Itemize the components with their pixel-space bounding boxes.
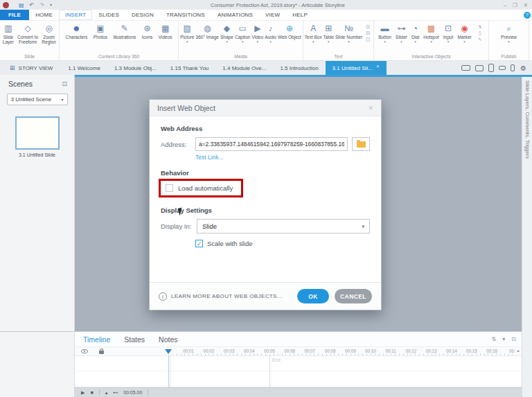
redo-icon[interactable]: ↷ bbox=[39, 2, 44, 8]
ribbon-button-characters[interactable]: ☻Characters bbox=[65, 22, 87, 44]
undo-icon[interactable]: ↶ bbox=[30, 2, 35, 8]
ribbon-button-picture[interactable]: ▧Picture▾ bbox=[180, 22, 194, 44]
visibility-eye-icon[interactable] bbox=[81, 349, 88, 353]
ribbon-button-web-object[interactable]: ⊕Web Object bbox=[278, 22, 301, 44]
ribbon-button-zoom-region[interactable]: ◎Zoom Region bbox=[39, 22, 59, 48]
stop-button[interactable]: ■ bbox=[90, 390, 93, 395]
scene-selector-dropdown[interactable]: 3 Untitled Scene ▾ bbox=[7, 94, 68, 105]
ribbon-button-caption[interactable]: ▭Caption▾ bbox=[235, 22, 250, 44]
phone-portrait-icon[interactable] bbox=[511, 64, 515, 71]
play-button[interactable]: ▶ bbox=[81, 390, 85, 396]
menu-tab-slides[interactable]: SLIDES bbox=[92, 10, 125, 20]
ribbon-button-illustrations[interactable]: ✎Illustrations bbox=[113, 22, 136, 44]
slide-tab-1-3-module-obj[interactable]: 1.3 Module Obj... bbox=[107, 61, 163, 75]
ribbon-button-audio[interactable]: ♪Audio▾ bbox=[265, 22, 276, 44]
menu-tab-help[interactable]: HELP bbox=[286, 10, 314, 20]
ribbon-button-convert-to-freeform[interactable]: ◇Convert to Freeform bbox=[17, 22, 39, 48]
learn-more-link[interactable]: LEARN MORE ABOUT WEB OBJECTS... bbox=[171, 293, 283, 299]
menu-tab-home[interactable]: HOME bbox=[29, 10, 59, 20]
browse-folder-button[interactable] bbox=[352, 137, 370, 151]
slide-tab-label: 1.4 Module Ove... bbox=[222, 65, 266, 71]
test-link[interactable]: Test Link... bbox=[195, 154, 370, 161]
marker-icon: ◉ bbox=[461, 24, 468, 35]
slide-thumbnail[interactable] bbox=[15, 116, 60, 150]
ribbon-button-marker[interactable]: ◉Marker▾ bbox=[457, 22, 471, 44]
ribbon-button-photos[interactable]: ▣Photos bbox=[94, 22, 107, 44]
load-automatically-checkbox[interactable] bbox=[166, 184, 173, 192]
restore-button[interactable]: ❒ bbox=[513, 2, 517, 8]
reference-icon[interactable]: ⊟ bbox=[364, 30, 372, 36]
ribbon-button-shape[interactable]: ◆Shape▾ bbox=[220, 22, 233, 44]
timeline-tracks[interactable]: End bbox=[75, 356, 522, 387]
menu-tab-file[interactable]: FILE bbox=[0, 10, 29, 20]
close-button[interactable]: ✕ bbox=[524, 2, 528, 8]
timeline-track-row[interactable] bbox=[75, 371, 522, 387]
ribbon-button-video[interactable]: ▶Video▾ bbox=[252, 22, 264, 44]
chevron-down-icon[interactable]: ▾ bbox=[502, 336, 505, 342]
phone-landscape-icon[interactable] bbox=[499, 66, 506, 70]
trigger-icon[interactable]: ↯ bbox=[476, 24, 484, 30]
help-icon[interactable]: ? bbox=[524, 12, 531, 19]
ribbon-button-preview[interactable]: ⌕Preview▾ bbox=[501, 22, 517, 44]
videos-icon: ▦ bbox=[161, 24, 169, 35]
ribbon-button-videos[interactable]: ▦Videos bbox=[159, 22, 172, 44]
tablet-landscape-icon[interactable] bbox=[475, 65, 484, 71]
address-input[interactable] bbox=[195, 137, 348, 151]
display-in-dropdown[interactable]: Slide ▾ bbox=[197, 219, 370, 233]
ribbon-button-text-box[interactable]: AText Box▾ bbox=[305, 22, 322, 44]
settings-gear-icon[interactable]: ⚙ bbox=[520, 64, 526, 72]
expand-rows-icon[interactable]: ▴ bbox=[105, 390, 108, 396]
mouse-cursor-icon[interactable]: ⇖ bbox=[476, 37, 484, 42]
menu-tab-design[interactable]: DESIGN bbox=[125, 10, 160, 20]
slide-tab-1-1-welcome[interactable]: 1.1 Welcome bbox=[61, 61, 107, 75]
info-icon: i bbox=[159, 292, 167, 301]
dialog-close-icon[interactable]: ✕ bbox=[368, 105, 373, 112]
timeline-track-row[interactable] bbox=[75, 356, 522, 371]
timeline-tab-notes[interactable]: Notes bbox=[159, 335, 177, 344]
end-marker-line[interactable] bbox=[269, 356, 270, 387]
story-view-tab[interactable]: ⊞ STORY VIEW bbox=[0, 61, 61, 75]
desktop-icon[interactable] bbox=[461, 65, 470, 71]
minimize-button[interactable]: – bbox=[504, 2, 506, 8]
timeline-ruler[interactable]: 00:0100:0200:0300:0400:0500:0600:0700:08… bbox=[75, 347, 522, 356]
lock-icon[interactable] bbox=[99, 351, 104, 354]
ribbon-button-dial[interactable]: ◔Dial▾ bbox=[411, 22, 419, 44]
playhead-marker[interactable] bbox=[165, 349, 172, 354]
ok-button[interactable]: OK bbox=[297, 289, 329, 303]
ribbon-button-hotspot[interactable]: ▩Hotspot▾ bbox=[423, 22, 438, 44]
tab-close-icon[interactable]: ✕ bbox=[376, 64, 380, 69]
filter-icon[interactable]: ⇅ bbox=[492, 336, 497, 342]
save-icon[interactable]: ▤ bbox=[19, 2, 24, 8]
slide-tab-1-15-thank-you[interactable]: 1.15 Thank You bbox=[163, 61, 215, 75]
menu-tab-animations[interactable]: ANIMATIONS bbox=[211, 10, 259, 20]
timeline-tab-states[interactable]: States bbox=[124, 335, 145, 344]
scrolling-panel-icon[interactable]: ▯ bbox=[476, 30, 484, 36]
ribbon-button-360-image[interactable]: ◍360° Image bbox=[196, 22, 219, 44]
cancel-button[interactable]: CANCEL bbox=[335, 289, 372, 303]
scroll-up-icon[interactable]: ▲ bbox=[516, 349, 520, 353]
timeline-zoom-icon[interactable]: ⊷ bbox=[113, 390, 118, 396]
menu-tab-insert[interactable]: INSERT bbox=[59, 10, 92, 20]
ribbon-button-slide-layer[interactable]: ▥Slide Layer bbox=[0, 22, 17, 48]
menu-tab-transitions[interactable]: TRANSITIONS bbox=[160, 10, 211, 20]
ribbon-button-button[interactable]: ▬Button▾ bbox=[378, 22, 391, 44]
ribbon-button-input[interactable]: ⊡Input▾ bbox=[443, 22, 453, 44]
scale-with-slide-checkbox[interactable]: ✓ bbox=[195, 240, 203, 247]
ribbon-button-icons[interactable]: ⊛Icons bbox=[142, 22, 153, 44]
chevron-down-icon: ▾ bbox=[348, 39, 350, 44]
ribbon-button-slider[interactable]: ⊶Slider▾ bbox=[396, 22, 407, 44]
menu-tab-view[interactable]: VIEW bbox=[259, 10, 286, 20]
side-panels-strip[interactable]: Slide Layers, Comments, Triggers bbox=[522, 75, 532, 397]
tablet-portrait-icon[interactable] bbox=[488, 64, 494, 72]
panel-collapse-icon[interactable]: ⊡ bbox=[62, 80, 67, 87]
ribbon-button-slide-number[interactable]: №Slide Number▾ bbox=[335, 22, 362, 44]
timeline-tab-timeline[interactable]: Timeline bbox=[83, 335, 110, 344]
ribbon-button-table[interactable]: ⊞Table▾ bbox=[323, 22, 335, 44]
ribbon-button-label: Hotspot bbox=[423, 35, 438, 39]
panel-icon[interactable]: ⊡ bbox=[511, 336, 516, 342]
slide-tab-1-4-module-ove[interactable]: 1.4 Module Ove... bbox=[215, 61, 273, 75]
slide-tab-1-5-introduction[interactable]: 1.5 Introduction bbox=[273, 61, 325, 75]
symbol-icon[interactable]: Ω bbox=[364, 24, 372, 30]
text-extra-icon[interactable]: ◫ bbox=[364, 37, 372, 42]
slide-tab-3-1-untitled-sli[interactable]: 3.1 Untitled Sli...✕ bbox=[326, 61, 387, 75]
